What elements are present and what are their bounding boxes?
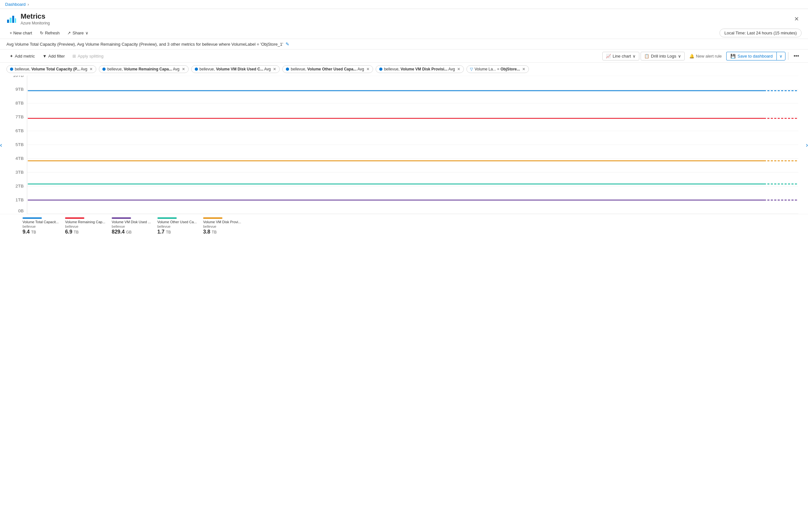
legend-sub-2: bellevue [65, 225, 105, 228]
refresh-button[interactable]: ↻ Refresh [37, 29, 63, 37]
legend-sub-3: bellevue [112, 225, 151, 228]
filter-tag-close[interactable]: ✕ [522, 67, 525, 71]
splitting-icon: ⊞ [72, 54, 76, 59]
share-button[interactable]: ↗ Share ∨ [64, 29, 92, 37]
line-chart-icon: 📈 [606, 54, 611, 59]
metric-tag-1[interactable]: bellevue, Volume Total Capacity (P... Av… [6, 65, 96, 73]
legend-value-3: 829.4 GB [112, 229, 151, 235]
legend-value-1: 9.4 TB [22, 229, 59, 235]
refresh-icon: ↻ [40, 31, 43, 35]
svg-rect-3 [15, 18, 16, 23]
legend-item-4: Volume Other Used Ca... bellevue 1.7 TB [158, 217, 197, 235]
legend-color-3 [112, 217, 131, 219]
apply-splitting-button[interactable]: ⊞ Apply splitting [69, 52, 107, 60]
filter-icon: ▼ [42, 54, 47, 59]
svg-text:4TB: 4TB [16, 156, 23, 160]
line-chart-svg: 10TB 9TB 8TB 7TB 6TB 5TB 4TB 3TB 2TB 1TB… [6, 76, 798, 214]
tag-label-1: bellevue, Volume Total Capacity (P... Av… [15, 67, 87, 71]
drill-chevron-icon: ∨ [678, 54, 681, 59]
metric-tag-4[interactable]: bellevue, Volume Other Used Capa... Avg … [282, 65, 373, 73]
legend-sub-4: bellevue [158, 225, 197, 228]
legend-name-2: Volume Remaining Cap... [65, 220, 105, 224]
legend-color-5 [203, 217, 222, 219]
drill-logs-button[interactable]: 📋 Drill into Logs ∨ [641, 52, 685, 60]
legend-value-5: 3.8 TB [203, 229, 241, 235]
chart-nav-left-button[interactable]: ‹ [0, 141, 2, 149]
chart-type-chevron-icon: ∨ [632, 54, 636, 59]
filter-tag-text: Volume La... = ObjStore... [475, 67, 520, 71]
save-dropdown-button[interactable]: ∨ [776, 52, 786, 60]
share-chevron-icon: ∨ [85, 31, 89, 35]
legend-item-5: Volume VM Disk Provi... bellevue 3.8 TB [203, 217, 241, 235]
add-metric-icon: ✦ [10, 54, 13, 59]
save-to-dashboard-button[interactable]: 💾 Save to dashboard [726, 52, 776, 60]
svg-text:5TB: 5TB [16, 142, 23, 147]
tag-close-3[interactable]: ✕ [273, 67, 276, 71]
filter-funnel-icon: ▽ [470, 67, 473, 71]
time-range-button[interactable]: Local Time: Last 24 hours (15 minutes) [719, 28, 802, 37]
add-filter-button[interactable]: ▼ Add filter [39, 52, 68, 60]
breadcrumb-link[interactable]: Dashboard [5, 2, 26, 7]
add-metric-button[interactable]: ✦ Add metric [6, 52, 38, 60]
edit-title-icon[interactable]: ✎ [286, 41, 289, 46]
chart-title-bar: Avg Volume Total Capacity (Preview), Avg… [0, 39, 808, 50]
save-dropdown-chevron-icon: ∨ [779, 54, 783, 59]
tag-color-dot-1 [10, 68, 13, 71]
metrics-toolbar: ✦ Add metric ▼ Add filter ⊞ Apply splitt… [0, 50, 808, 63]
main-toolbar: + New chart ↻ Refresh ↗ Share ∨ Local Ti… [0, 27, 808, 39]
legend-sub-5: bellevue [203, 225, 241, 228]
legend-value-2: 6.9 TB [65, 229, 105, 235]
legend-item-2: Volume Remaining Cap... bellevue 6.9 TB [65, 217, 105, 235]
svg-rect-0 [7, 20, 9, 23]
new-chart-button[interactable]: + New chart [6, 29, 35, 37]
metric-tag-5[interactable]: bellevue, Volume VM Disk Provisi... Avg … [376, 65, 464, 73]
tag-close-5[interactable]: ✕ [457, 67, 460, 71]
tag-label-5: bellevue, Volume VM Disk Provisi... Avg [384, 67, 455, 71]
save-icon: 💾 [730, 54, 736, 59]
legend-item-1: Volume Total Capacit... bellevue 9.4 TB [22, 217, 59, 235]
legend-name-5: Volume VM Disk Provi... [203, 220, 241, 224]
svg-text:0B: 0B [18, 208, 23, 213]
chart-area: ‹ › 10TB 9TB 8TB 7TB 6TB 5TB 4TB [0, 76, 808, 214]
tag-color-dot-3 [195, 68, 198, 71]
metric-tag-2[interactable]: bellevue, Volume Remaining Capa... Avg ✕ [99, 65, 188, 73]
legend-name-1: Volume Total Capacit... [22, 220, 59, 224]
tag-label-4: bellevue, Volume Other Used Capa... Avg [291, 67, 364, 71]
toolbar-left: + New chart ↻ Refresh ↗ Share ∨ [6, 29, 92, 37]
tag-label-3: bellevue, Volume VM Disk Used C... Avg [200, 67, 271, 71]
legend-color-4 [158, 217, 177, 219]
alert-icon: 🔔 [689, 54, 694, 59]
more-options-button[interactable]: ••• [791, 52, 802, 60]
svg-rect-1 [10, 18, 12, 23]
breadcrumb-separator: › [28, 2, 29, 7]
tag-label-2: bellevue, Volume Remaining Capa... Avg [107, 67, 179, 71]
tag-color-dot-5 [379, 68, 382, 71]
filter-tag[interactable]: ▽ Volume La... = ObjStore... ✕ [466, 65, 529, 73]
metrics-toolbar-right: 📈 Line chart ∨ 📋 Drill into Logs ∨ 🔔 New… [602, 52, 802, 60]
tag-close-2[interactable]: ✕ [182, 67, 185, 71]
legend-sub-1: bellevue [22, 225, 59, 228]
drill-icon: 📋 [644, 54, 649, 59]
share-icon: ↗ [67, 31, 71, 35]
svg-text:10TB: 10TB [13, 76, 23, 78]
chart-nav-right-button[interactable]: › [806, 141, 808, 149]
metric-tag-3[interactable]: bellevue, Volume VM Disk Used C... Avg ✕ [191, 65, 280, 73]
toolbar-right: Local Time: Last 24 hours (15 minutes) [719, 28, 802, 37]
svg-text:2TB: 2TB [16, 184, 23, 188]
save-button-group: 💾 Save to dashboard ∨ [726, 52, 786, 60]
svg-text:8TB: 8TB [16, 101, 23, 105]
toolbar-separator [788, 52, 788, 60]
chart-type-button[interactable]: 📈 Line chart ∨ [602, 52, 639, 60]
svg-text:6TB: 6TB [16, 128, 23, 133]
header-title-block: Metrics Azure Monitoring [21, 12, 50, 25]
header-left: Metrics Azure Monitoring [6, 12, 50, 25]
svg-text:7TB: 7TB [16, 114, 23, 119]
new-alert-button[interactable]: 🔔 New alert rule [686, 52, 725, 60]
tags-bar: bellevue, Volume Total Capacity (P... Av… [0, 63, 808, 76]
header: Metrics Azure Monitoring ✕ [0, 9, 808, 27]
close-button[interactable]: ✕ [792, 14, 802, 24]
chart-legend: Volume Total Capacit... bellevue 9.4 TB … [0, 214, 808, 238]
tag-close-4[interactable]: ✕ [366, 67, 370, 71]
legend-name-4: Volume Other Used Ca... [158, 220, 197, 224]
tag-close-1[interactable]: ✕ [90, 67, 93, 71]
